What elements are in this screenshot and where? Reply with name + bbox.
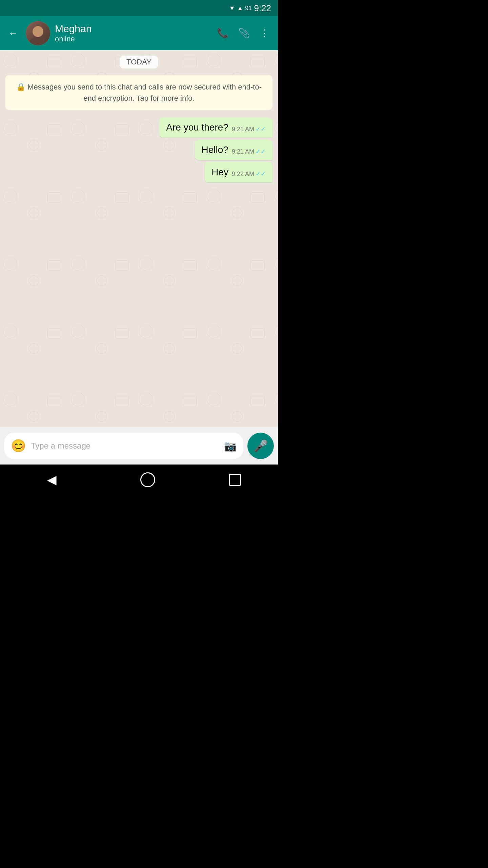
nav-recents-button[interactable] [229,474,241,486]
message-text: Hey [211,167,228,178]
emoji-button[interactable]: 😊 [11,439,26,453]
read-tick: ✓✓ [256,148,266,155]
contact-info[interactable]: Meghan online [55,23,209,43]
back-button[interactable]: ← [5,25,21,42]
chat-header: ← Meghan online 📞 📎 ⋮ [0,16,278,50]
input-bar: 😊 Type a message 📷 🎤 [0,427,278,465]
menu-button[interactable]: ⋮ [256,25,272,41]
input-field[interactable]: 😊 Type a message 📷 [4,433,243,459]
nav-home-button[interactable] [140,472,155,487]
read-tick: ✓✓ [256,125,266,133]
status-icons: ▼ ▲ 91 9:22 [229,3,271,14]
nav-bar: ◀ [0,465,278,495]
read-tick: ✓✓ [256,170,266,178]
message-text: Are you there? [166,122,228,133]
message-text: Hello? [202,144,228,155]
wifi-icon: ▼ [229,5,235,12]
attach-button[interactable]: 📎 [235,25,253,41]
battery-level: 91 [245,5,252,12]
message-time: 9:22 AM [232,171,254,178]
camera-button[interactable]: 📷 [224,440,237,452]
message-meta: 9:22 AM ✓✓ [232,170,266,178]
message-input[interactable]: Type a message [31,441,219,451]
date-badge: TODAY [120,56,158,68]
messages-container: Are you there? 9:21 AM ✓✓ Hello? 9:21 AM… [5,117,272,182]
message-time: 9:21 AM [232,126,254,133]
signal-icon: ▲ [237,5,243,12]
status-time: 9:22 [254,3,271,14]
message-bubble: Are you there? 9:21 AM ✓✓ [159,117,272,138]
header-actions: 📞 📎 ⋮ [214,25,272,41]
mic-icon: 🎤 [253,439,268,453]
message-bubble: Hello? 9:21 AM ✓✓ [195,140,272,160]
message-bubble: Hey 9:22 AM ✓✓ [205,162,272,182]
nav-back-button[interactable]: ◀ [37,469,67,490]
message-meta: 9:21 AM ✓✓ [232,125,266,133]
call-button[interactable]: 📞 [214,25,232,41]
contact-avatar[interactable] [26,21,50,45]
encryption-notice[interactable]: 🔒 Messages you send to this chat and cal… [5,75,272,110]
message-time: 9:21 AM [232,148,254,155]
status-bar: ▼ ▲ 91 9:22 [0,0,278,16]
chat-content: TODAY 🔒 Messages you send to this chat a… [0,50,278,427]
contact-name: Meghan [55,23,209,35]
mic-button[interactable]: 🎤 [247,433,274,459]
chat-area: TODAY 🔒 Messages you send to this chat a… [0,50,278,427]
contact-status: online [55,35,209,43]
message-meta: 9:21 AM ✓✓ [232,148,266,155]
